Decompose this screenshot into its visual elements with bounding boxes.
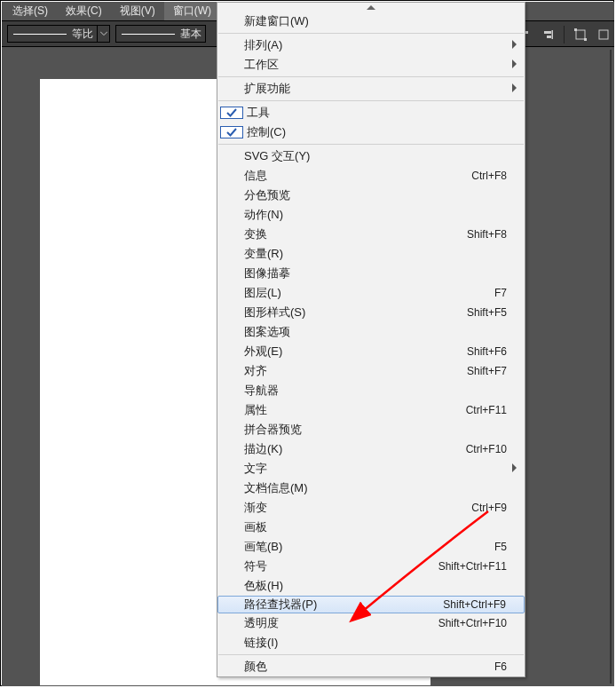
menu-item[interactable]: 导航器 (217, 381, 525, 400)
chevron-down-icon (97, 26, 109, 42)
menu-item[interactable]: 透明度Shift+Ctrl+F10 (217, 613, 525, 633)
checkmark-icon (220, 107, 243, 119)
menu-item-label: 描边(K) (241, 441, 466, 457)
menu-item[interactable]: 图案选项 (217, 322, 525, 342)
menu-item-label: 色板(H) (241, 578, 525, 594)
menu-item[interactable]: 符号Shift+Ctrl+F11 (217, 557, 525, 576)
menu-item-shortcut: Shift+Ctrl+F9 (443, 598, 524, 611)
menu-item[interactable]: 画笔(B)F5 (217, 537, 525, 557)
menu-item[interactable]: 变换Shift+F8 (217, 225, 525, 244)
menu-item[interactable]: 画板 (217, 518, 525, 537)
menu-item[interactable]: 属性Ctrl+F11 (217, 400, 525, 420)
menu-item[interactable]: 动作(N) (217, 205, 525, 225)
menu-item[interactable]: 链接(I) (217, 633, 525, 652)
menu-item-shortcut: Shift+F5 (467, 306, 525, 319)
menu-item-shortcut: Shift+F8 (467, 228, 525, 241)
svg-rect-7 (574, 28, 577, 31)
menu-item-label: 拼合器预览 (241, 422, 525, 438)
menu-item-label: 图形样式(S) (241, 304, 467, 320)
menu-item-label: 颜色 (241, 659, 494, 675)
menu-item[interactable]: 文字 (217, 459, 525, 478)
menu-item-label: 属性 (241, 402, 466, 418)
menu-item-label: 导航器 (241, 383, 525, 399)
menu-item-shortcut: Ctrl+F8 (471, 170, 525, 182)
menu-item[interactable]: 渐变Ctrl+F9 (217, 498, 525, 518)
menu-item[interactable]: 文档信息(M) (217, 478, 525, 498)
menu-item-shortcut: Ctrl+F9 (471, 502, 525, 514)
menu-item-label: 符号 (241, 558, 438, 574)
align-right-icon[interactable] (541, 28, 555, 42)
checkmark-icon (220, 126, 243, 138)
menubar-item-window[interactable]: 窗口(W) (164, 2, 220, 20)
menu-separator (218, 654, 524, 655)
menu-item-label: 变换 (241, 226, 467, 242)
menubar-item-view[interactable]: 视图(V) (111, 2, 164, 20)
menu-item-label: 信息 (241, 168, 471, 184)
menu-item-label: 动作(N) (241, 207, 525, 223)
menubar-item-effect[interactable]: 效果(C) (57, 2, 111, 20)
menu-item-shortcut: Shift+Ctrl+F10 (438, 617, 525, 629)
menu-item[interactable]: 信息Ctrl+F8 (217, 166, 525, 186)
menu-item-shortcut: Shift+F6 (467, 345, 525, 358)
menu-scroll-up-icon[interactable] (217, 3, 525, 12)
menu-item-label: 外观(E) (241, 344, 467, 360)
menu-item-shortcut: Ctrl+F11 (466, 404, 525, 416)
menu-item-label: 工具 (243, 105, 525, 121)
menubar-item-select[interactable]: 选择(S) (4, 2, 57, 20)
menu-item[interactable]: 对齐Shift+F7 (217, 361, 525, 381)
menu-item-shortcut: F6 (494, 660, 525, 673)
menu-separator (218, 76, 524, 77)
toolbar-separator (564, 26, 565, 43)
menu-item-shortcut: Ctrl+F10 (466, 443, 525, 455)
menu-item-label: 变量(R) (241, 246, 525, 262)
menu-item-label: 文档信息(M) (241, 480, 525, 496)
toolbar-combo-scale[interactable]: 等比 (7, 25, 110, 43)
menu-item-label: 链接(I) (241, 635, 525, 651)
toolbar-combo-basic[interactable]: 基本 (115, 25, 206, 43)
app-frame: 选择(S) 效果(C) 视图(V) 窗口(W) 等比 基本 新建窗口(W)排列(… (0, 0, 614, 686)
menu-separator (218, 33, 524, 34)
menu-item[interactable]: 工作区 (217, 55, 525, 75)
menu-item[interactable]: 拼合器预览 (217, 420, 525, 439)
svg-rect-3 (552, 30, 554, 39)
menu-item[interactable]: SVG 交互(Y) (217, 146, 525, 166)
shape-icon[interactable] (596, 28, 611, 42)
svg-rect-8 (584, 38, 587, 41)
menu-item[interactable]: 外观(E)Shift+F6 (217, 342, 525, 361)
menu-item[interactable]: 扩展功能 (217, 79, 525, 99)
menu-item[interactable]: 控制(C) (217, 123, 525, 142)
menu-item[interactable]: 描边(K)Ctrl+F10 (217, 439, 525, 459)
submenu-arrow-icon (512, 39, 517, 51)
menu-item-label: 画笔(B) (241, 539, 494, 555)
menu-item[interactable]: 路径查找器(P)Shift+Ctrl+F9 (217, 596, 525, 613)
toolbar-right (517, 21, 611, 48)
menu-item[interactable]: 图层(L)F7 (217, 283, 525, 303)
menu-item[interactable]: 颜色F6 (217, 657, 525, 676)
menu-item-label: 图案选项 (241, 324, 525, 340)
menu-item[interactable]: 图形样式(S)Shift+F5 (217, 303, 525, 322)
menu-item-label: 排列(A) (241, 37, 525, 53)
menu-item-label: 文字 (241, 461, 525, 477)
menu-item[interactable]: 排列(A) (217, 36, 525, 55)
menu-item[interactable]: 分色预览 (217, 186, 525, 205)
menu-item-label: 画板 (241, 519, 525, 535)
svg-rect-6 (576, 30, 585, 39)
transform-icon[interactable] (573, 28, 588, 42)
window-menu: 新建窗口(W)排列(A)工作区扩展功能工具控制(C)SVG 交互(Y)信息Ctr… (217, 2, 525, 677)
menu-item[interactable]: 变量(R) (217, 244, 525, 264)
menu-separator (218, 100, 524, 101)
menu-item[interactable]: 色板(H) (217, 576, 525, 596)
submenu-arrow-icon (512, 463, 517, 475)
menu-item-label: 分色预览 (241, 187, 525, 203)
menu-item-label: 控制(C) (243, 124, 525, 140)
menu-separator (218, 144, 524, 145)
svg-rect-5 (547, 36, 551, 38)
menu-item-shortcut: Shift+Ctrl+F11 (438, 560, 525, 573)
menu-item[interactable]: 新建窗口(W) (217, 12, 525, 31)
menu-item[interactable]: 图像描摹 (217, 264, 525, 283)
submenu-arrow-icon (512, 59, 517, 71)
menu-item-label: 渐变 (241, 500, 471, 516)
menu-item[interactable]: 工具 (217, 103, 525, 123)
menu-item-shortcut: F7 (494, 287, 525, 299)
toolbar-combo-basic-label: 基本 (180, 27, 205, 42)
